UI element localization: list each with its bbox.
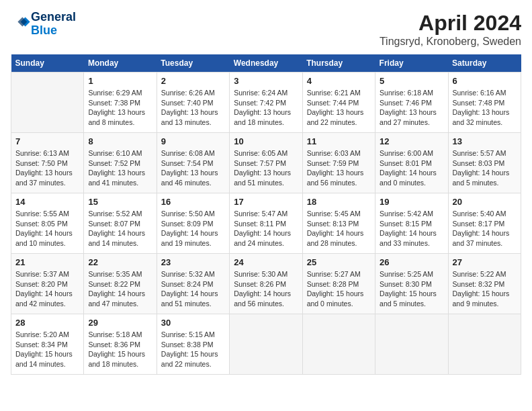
day-number: 7 — [15, 136, 79, 146]
weekday-header-tuesday: Tuesday — [157, 54, 229, 73]
day-info: Sunrise: 5:50 AMSunset: 8:09 PMDaylight:… — [161, 209, 225, 248]
day-info: Sunrise: 5:15 AMSunset: 8:38 PMDaylight:… — [161, 330, 225, 369]
day-info: Sunrise: 6:21 AMSunset: 7:44 PMDaylight:… — [307, 88, 371, 128]
day-info: Sunrise: 6:24 AMSunset: 7:42 PMDaylight:… — [234, 88, 298, 128]
calendar-cell: 1Sunrise: 6:29 AMSunset: 7:38 PMDaylight… — [84, 73, 157, 133]
week-row-2: 7Sunrise: 6:13 AMSunset: 7:50 PMDaylight… — [11, 133, 521, 193]
day-number: 5 — [380, 76, 443, 86]
calendar-cell: 24Sunrise: 5:30 AMSunset: 8:26 PMDayligh… — [230, 254, 302, 314]
day-info: Sunrise: 5:18 AMSunset: 8:36 PMDaylight:… — [88, 330, 152, 369]
logo-line2: Blue — [31, 24, 76, 38]
calendar-cell — [230, 314, 302, 375]
calendar-cell: 20Sunrise: 5:40 AMSunset: 8:17 PMDayligh… — [448, 193, 521, 254]
day-number: 17 — [234, 197, 298, 207]
calendar-cell: 2Sunrise: 6:26 AMSunset: 7:40 PMDaylight… — [157, 73, 229, 133]
day-info: Sunrise: 5:32 AMSunset: 8:24 PMDaylight:… — [161, 269, 225, 309]
day-number: 1 — [88, 76, 152, 86]
day-info: Sunrise: 5:30 AMSunset: 8:26 PMDaylight:… — [234, 269, 298, 309]
weekday-header-wednesday: Wednesday — [230, 54, 302, 73]
day-info: Sunrise: 5:55 AMSunset: 8:05 PMDaylight:… — [15, 209, 79, 248]
weekday-header-friday: Friday — [375, 54, 448, 73]
calendar-cell: 27Sunrise: 5:22 AMSunset: 8:32 PMDayligh… — [448, 254, 521, 314]
day-info: Sunrise: 5:47 AMSunset: 8:11 PMDaylight:… — [234, 209, 298, 248]
day-number: 12 — [380, 136, 443, 146]
calendar-cell: 6Sunrise: 6:16 AMSunset: 7:48 PMDaylight… — [448, 73, 521, 133]
weekday-header-monday: Monday — [84, 54, 157, 73]
day-info: Sunrise: 5:20 AMSunset: 8:34 PMDaylight:… — [15, 330, 79, 369]
day-number: 9 — [161, 136, 225, 146]
day-number: 15 — [88, 197, 152, 207]
calendar-cell: 21Sunrise: 5:37 AMSunset: 8:20 PMDayligh… — [11, 254, 84, 314]
day-info: Sunrise: 5:42 AMSunset: 8:15 PMDaylight:… — [380, 209, 443, 248]
day-info: Sunrise: 6:03 AMSunset: 7:59 PMDaylight:… — [307, 148, 371, 188]
calendar-cell: 10Sunrise: 6:05 AMSunset: 7:57 PMDayligh… — [230, 133, 302, 193]
logo-text: General Blue — [31, 11, 76, 38]
day-number: 24 — [234, 257, 298, 267]
day-info: Sunrise: 5:45 AMSunset: 8:13 PMDaylight:… — [307, 209, 371, 248]
calendar-cell: 7Sunrise: 6:13 AMSunset: 7:50 PMDaylight… — [11, 133, 84, 193]
page-header: General Blue April 2024 Tingsryd, Kronob… — [11, 11, 521, 48]
calendar-cell: 18Sunrise: 5:45 AMSunset: 8:13 PMDayligh… — [302, 193, 375, 254]
calendar-cell: 9Sunrise: 6:08 AMSunset: 7:54 PMDaylight… — [157, 133, 229, 193]
calendar-table: SundayMondayTuesdayWednesdayThursdayFrid… — [11, 54, 521, 375]
day-info: Sunrise: 5:40 AMSunset: 8:17 PMDaylight:… — [453, 209, 517, 248]
day-number: 25 — [307, 257, 371, 267]
weekday-header-row: SundayMondayTuesdayWednesdayThursdayFrid… — [11, 54, 521, 73]
calendar-cell: 23Sunrise: 5:32 AMSunset: 8:24 PMDayligh… — [157, 254, 229, 314]
logo-icon — [12, 13, 31, 32]
day-info: Sunrise: 5:35 AMSunset: 8:22 PMDaylight:… — [88, 269, 152, 309]
day-number: 16 — [161, 197, 225, 207]
day-info: Sunrise: 6:08 AMSunset: 7:54 PMDaylight:… — [161, 148, 225, 188]
month-title: April 2024 — [380, 11, 521, 36]
calendar-cell: 15Sunrise: 5:52 AMSunset: 8:07 PMDayligh… — [84, 193, 157, 254]
calendar-cell: 19Sunrise: 5:42 AMSunset: 8:15 PMDayligh… — [375, 193, 448, 254]
weekday-header-sunday: Sunday — [11, 54, 84, 73]
day-info: Sunrise: 6:00 AMSunset: 8:01 PMDaylight:… — [380, 148, 443, 188]
calendar-cell: 22Sunrise: 5:35 AMSunset: 8:22 PMDayligh… — [84, 254, 157, 314]
title-block: April 2024 Tingsryd, Kronoberg, Sweden — [380, 11, 521, 48]
weekday-header-thursday: Thursday — [302, 54, 375, 73]
day-info: Sunrise: 6:16 AMSunset: 7:48 PMDaylight:… — [453, 88, 517, 128]
day-number: 11 — [307, 136, 371, 146]
calendar-cell: 12Sunrise: 6:00 AMSunset: 8:01 PMDayligh… — [375, 133, 448, 193]
day-number: 29 — [88, 318, 152, 328]
location: Tingsryd, Kronoberg, Sweden — [380, 36, 521, 48]
week-row-1: 1Sunrise: 6:29 AMSunset: 7:38 PMDaylight… — [11, 73, 521, 133]
calendar-cell: 14Sunrise: 5:55 AMSunset: 8:05 PMDayligh… — [11, 193, 84, 254]
calendar-cell: 4Sunrise: 6:21 AMSunset: 7:44 PMDaylight… — [302, 73, 375, 133]
calendar-cell: 8Sunrise: 6:10 AMSunset: 7:52 PMDaylight… — [84, 133, 157, 193]
day-info: Sunrise: 5:57 AMSunset: 8:03 PMDaylight:… — [453, 148, 517, 188]
day-number: 28 — [15, 318, 79, 328]
day-number: 8 — [88, 136, 152, 146]
day-info: Sunrise: 6:26 AMSunset: 7:40 PMDaylight:… — [161, 88, 225, 128]
day-info: Sunrise: 6:29 AMSunset: 7:38 PMDaylight:… — [88, 88, 152, 128]
day-number: 2 — [161, 76, 225, 86]
calendar-cell: 30Sunrise: 5:15 AMSunset: 8:38 PMDayligh… — [157, 314, 229, 375]
day-number: 10 — [234, 136, 298, 146]
calendar-cell — [11, 73, 84, 133]
day-number: 19 — [380, 197, 443, 207]
day-number: 22 — [88, 257, 152, 267]
day-number: 3 — [234, 76, 298, 86]
calendar-cell: 25Sunrise: 5:27 AMSunset: 8:28 PMDayligh… — [302, 254, 375, 314]
week-row-4: 21Sunrise: 5:37 AMSunset: 8:20 PMDayligh… — [11, 254, 521, 314]
day-info: Sunrise: 6:10 AMSunset: 7:52 PMDaylight:… — [88, 148, 152, 188]
calendar-cell: 29Sunrise: 5:18 AMSunset: 8:36 PMDayligh… — [84, 314, 157, 375]
day-info: Sunrise: 5:25 AMSunset: 8:30 PMDaylight:… — [380, 269, 443, 309]
day-info: Sunrise: 6:13 AMSunset: 7:50 PMDaylight:… — [15, 148, 79, 188]
calendar-cell: 3Sunrise: 6:24 AMSunset: 7:42 PMDaylight… — [230, 73, 302, 133]
day-number: 20 — [453, 197, 517, 207]
logo-line1: General — [31, 11, 76, 24]
day-number: 6 — [453, 76, 517, 86]
day-info: Sunrise: 5:37 AMSunset: 8:20 PMDaylight:… — [15, 269, 79, 309]
day-info: Sunrise: 6:18 AMSunset: 7:46 PMDaylight:… — [380, 88, 443, 128]
day-number: 26 — [380, 257, 443, 267]
day-number: 27 — [453, 257, 517, 267]
day-info: Sunrise: 6:05 AMSunset: 7:57 PMDaylight:… — [234, 148, 298, 188]
logo: General Blue — [11, 11, 76, 38]
weekday-header-saturday: Saturday — [448, 54, 521, 73]
day-number: 13 — [453, 136, 517, 146]
calendar-cell: 5Sunrise: 6:18 AMSunset: 7:46 PMDaylight… — [375, 73, 448, 133]
calendar-cell: 13Sunrise: 5:57 AMSunset: 8:03 PMDayligh… — [448, 133, 521, 193]
day-info: Sunrise: 5:27 AMSunset: 8:28 PMDaylight:… — [307, 269, 371, 309]
